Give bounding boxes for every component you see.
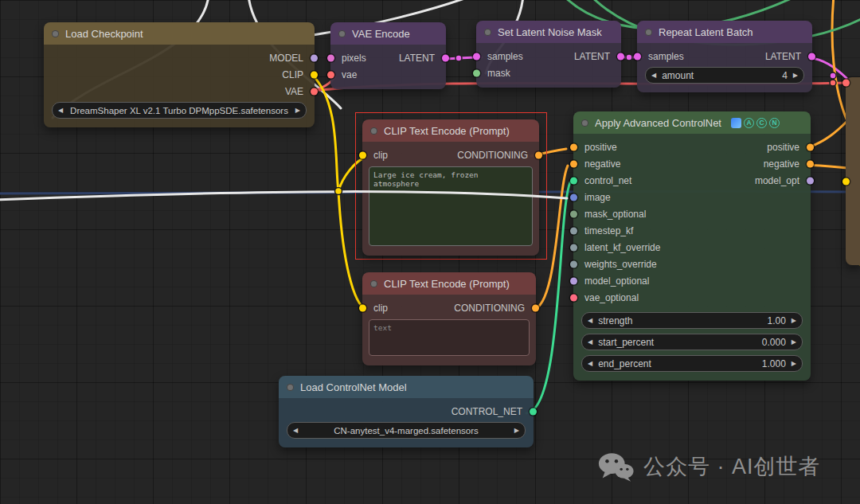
reroute-dot-vae[interactable]: [830, 80, 836, 86]
start-percent-number-widget[interactable]: ◀ start_percent 0.000 ▶: [581, 334, 803, 350]
reroute-dot-latent-3[interactable]: [830, 72, 836, 79]
input-slot-image[interactable]: [570, 193, 577, 201]
input-label-mask-optional: mask_optional: [584, 209, 646, 220]
collapse-dot-icon[interactable]: [370, 127, 377, 135]
output-slot-model[interactable]: [311, 54, 318, 61]
output-label-control-net: CONTROL_NET: [452, 406, 522, 417]
input-label-positive: positive: [584, 142, 617, 153]
input-slot-clip[interactable]: [359, 304, 366, 311]
partial-node-right[interactable]: [846, 77, 860, 265]
node-apply-advanced-controlnet[interactable]: Apply Advanced ControlNet A C N positive…: [573, 111, 811, 381]
collapse-dot-icon[interactable]: [645, 29, 652, 36]
output-slot-clip[interactable]: [311, 71, 318, 78]
input-label-vae: vae: [342, 69, 357, 80]
combo-right-arrow-icon[interactable]: ▶: [295, 107, 300, 114]
node-load-checkpoint[interactable]: Load Checkpoint MODEL CLIP VAE ◀ DreamSh…: [44, 22, 315, 127]
output-slot-positive[interactable]: [807, 143, 814, 150]
input-slot-clip[interactable]: [359, 151, 366, 158]
node-header[interactable]: Load Checkpoint: [44, 22, 315, 45]
ckpt-name-combo[interactable]: ◀ DreamShaper XL v2.1 Turbo DPMppSDE.saf…: [52, 102, 307, 119]
node-header[interactable]: Apply Advanced ControlNet A C N: [573, 111, 811, 134]
prompt-textarea[interactable]: Large ice cream, frozen atmosphere: [369, 166, 533, 246]
end-percent-number-widget[interactable]: ◀ end_percent 1.000 ▶: [581, 355, 803, 372]
input-slot-samples[interactable]: [473, 53, 480, 60]
input-slot-negative[interactable]: [570, 160, 577, 167]
node-repeat-latent-batch[interactable]: Repeat Latent Batch samples LATENT ◀ amo…: [637, 21, 812, 92]
reroute-dot-latent-1[interactable]: [455, 55, 462, 61]
input-slot-unknown-red[interactable]: [842, 80, 850, 87]
input-slot-model-optional[interactable]: [570, 277, 577, 284]
widget-name: start_percent: [598, 337, 654, 348]
input-label-latent-kf-override: latent_kf_override: [584, 242, 660, 253]
node-header[interactable]: Set Latent Noise Mask: [476, 21, 621, 43]
input-slot-weights-override[interactable]: [570, 260, 577, 268]
combo-right-arrow-icon[interactable]: ▶: [514, 427, 519, 434]
output-slot-latent[interactable]: [617, 53, 624, 60]
node-header[interactable]: Load ControlNet Model: [279, 376, 534, 398]
collapse-dot-icon[interactable]: [338, 30, 346, 37]
node-title: Load ControlNet Model: [300, 381, 407, 393]
collapse-dot-icon[interactable]: [52, 30, 59, 37]
input-slot-vae-optional[interactable]: [570, 294, 577, 301]
decrement-arrow-icon[interactable]: ◀: [588, 360, 592, 367]
output-slot-latent[interactable]: [442, 54, 449, 61]
decrement-arrow-icon[interactable]: ◀: [651, 72, 656, 79]
decrement-arrow-icon[interactable]: ◀: [588, 317, 592, 324]
increment-arrow-icon[interactable]: ▶: [793, 72, 798, 79]
output-slot-latent[interactable]: [808, 53, 815, 60]
decrement-arrow-icon[interactable]: ◀: [588, 338, 592, 346]
node-set-latent-noise-mask[interactable]: Set Latent Noise Mask samples LATENT mas…: [476, 21, 621, 88]
output-label-negative: negative: [764, 158, 799, 170]
increment-arrow-icon[interactable]: ▶: [792, 338, 796, 346]
input-slot-latent-kf-override[interactable]: [570, 244, 577, 251]
increment-arrow-icon[interactable]: ▶: [792, 317, 796, 324]
node-header[interactable]: VAE Encode: [330, 22, 446, 45]
input-slot-vae[interactable]: [327, 71, 334, 78]
strength-number-widget[interactable]: ◀ strength 1.00 ▶: [581, 312, 803, 329]
amount-number-widget[interactable]: ◀ amount 4 ▶: [645, 67, 804, 84]
input-slot-mask-optional[interactable]: [570, 210, 577, 217]
node-title: VAE Encode: [352, 28, 410, 40]
input-slot-samples[interactable]: [634, 53, 641, 60]
node-title: Set Latent Noise Mask: [498, 26, 602, 38]
input-label-timestep-kf: timestep_kf: [584, 225, 633, 236]
output-label-model: MODEL: [269, 53, 303, 64]
output-slot-negative[interactable]: [807, 160, 814, 167]
input-slot-pixels[interactable]: [327, 54, 334, 61]
input-slot-positive[interactable]: [570, 143, 577, 150]
reroute-dot-latent-2[interactable]: [626, 54, 632, 61]
output-label-model-opt: model_opt: [755, 175, 799, 186]
input-slot-control-net[interactable]: [570, 177, 577, 184]
node-clip-text-encode-positive[interactable]: CLIP Text Encode (Prompt) clip CONDITION…: [362, 119, 539, 256]
node-title: CLIP Text Encode (Prompt): [384, 125, 510, 137]
widget-name: strength: [598, 315, 632, 326]
node-clip-text-encode-negative[interactable]: CLIP Text Encode (Prompt) clip CONDITION…: [362, 272, 536, 365]
reroute-dot-clip[interactable]: [335, 188, 342, 195]
node-graph-canvas[interactable]: Load Checkpoint MODEL CLIP VAE ◀ DreamSh…: [0, 0, 860, 504]
collapse-dot-icon[interactable]: [287, 384, 294, 391]
input-slot-timestep-kf[interactable]: [570, 227, 577, 234]
output-slot-vae[interactable]: [311, 88, 318, 95]
collapse-dot-icon[interactable]: [484, 29, 491, 36]
output-slot-control-net[interactable]: [530, 408, 537, 415]
controlnet-name-combo[interactable]: ◀ CN-anytest_v4-marged.safetensors ▶: [287, 422, 526, 439]
collapse-dot-icon[interactable]: [581, 119, 588, 127]
input-slot-unknown-clip[interactable]: [842, 178, 850, 186]
output-slot-conditioning[interactable]: [535, 151, 542, 158]
collapse-dot-icon[interactable]: [370, 280, 377, 287]
output-label-vae: VAE: [285, 86, 303, 97]
output-slot-model-opt[interactable]: [807, 177, 814, 184]
node-title: Load Checkpoint: [65, 28, 143, 40]
output-slot-conditioning[interactable]: [532, 304, 539, 311]
node-header[interactable]: CLIP Text Encode (Prompt): [362, 119, 539, 142]
node-load-controlnet-model[interactable]: Load ControlNet Model CONTROL_NET ◀ CN-a…: [279, 376, 534, 447]
input-slot-mask[interactable]: [473, 69, 480, 76]
node-header[interactable]: CLIP Text Encode (Prompt): [362, 272, 536, 295]
prompt-textarea[interactable]: text: [369, 319, 530, 356]
input-label-weights-override: weights_override: [584, 259, 657, 270]
increment-arrow-icon[interactable]: ▶: [792, 360, 796, 367]
node-vae-encode[interactable]: VAE Encode pixels LATENT vae: [330, 22, 446, 89]
input-label-pixels: pixels: [342, 53, 366, 64]
node-header[interactable]: Repeat Latent Batch: [637, 21, 812, 43]
output-label-latent: LATENT: [765, 51, 801, 62]
